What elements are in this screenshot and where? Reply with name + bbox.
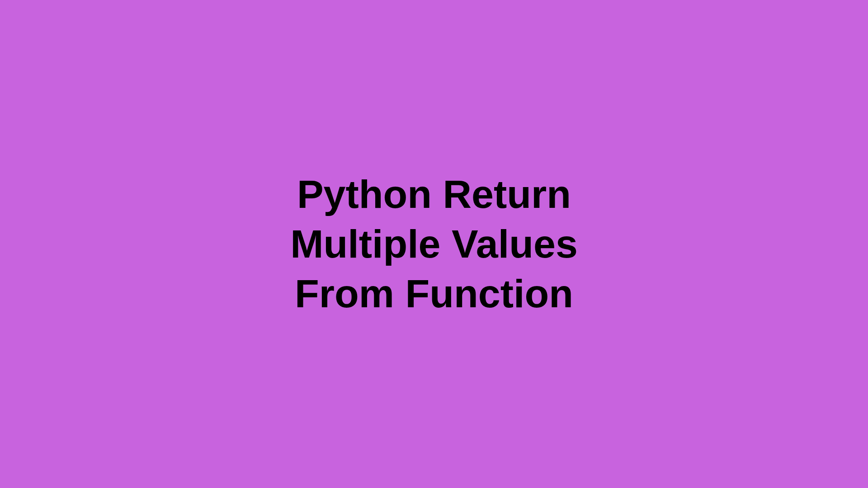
- title-line-3: From Function: [295, 271, 573, 316]
- title-line-2: Multiple Values: [290, 221, 578, 266]
- title-line-1: Python Return: [297, 172, 571, 216]
- page-title: Python Return Multiple Values From Funct…: [290, 169, 578, 319]
